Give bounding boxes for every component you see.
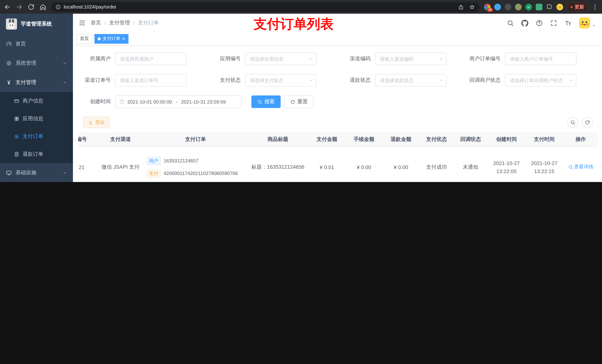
help-icon[interactable]	[536, 20, 543, 26]
sidebar-item-refund-order[interactable]: 退款订单	[0, 145, 73, 163]
forward-icon[interactable]	[16, 3, 23, 10]
export-button-label: 导出	[95, 119, 105, 126]
extension-green-check-icon[interactable]	[525, 3, 532, 10]
address-bar[interactable]: localhost:1024/pay/order	[51, 2, 479, 12]
reset-button[interactable]: 重置	[284, 95, 314, 108]
col-pay-time: 支付时间	[525, 132, 563, 146]
refund-status-select[interactable]	[375, 74, 447, 87]
breadcrumb-separator: /	[104, 20, 106, 26]
tab-home[interactable]: 首页	[77, 34, 92, 43]
filter-channel-order-no: 渠道订单号	[78, 74, 187, 87]
filter-row-3: 创建时间 2021-10-01 00:00:00 - 2021-10-31 23…	[78, 95, 602, 108]
sidebar-item-payment[interactable]: 支付管理	[0, 73, 73, 92]
tab-pay-order[interactable]: 支付订单 ×	[94, 34, 128, 43]
tab-close-icon[interactable]: ×	[122, 36, 125, 41]
document-icon	[14, 152, 19, 157]
breadcrumb-home[interactable]: 首页	[91, 20, 101, 26]
browser-update-button[interactable]: 更新	[567, 2, 588, 12]
share-icon[interactable]	[458, 4, 464, 10]
app-select[interactable]	[245, 52, 317, 65]
sidebar-item-pay-order[interactable]: 支付订单	[0, 128, 73, 145]
filter-row-1: 所属商户 应用编号 渠道编码 商户订单编号	[78, 52, 602, 65]
payment-submenu: 商户信息 应用信息 支付订单 退款订单	[0, 92, 73, 163]
sidebar-item-infra[interactable]: 基础设施	[0, 163, 73, 182]
app-title: 芋道管理系统	[21, 21, 52, 27]
col-pay-order: 支付订单	[144, 132, 247, 146]
filter-label: 商户订单编号	[468, 55, 505, 62]
col-fee-amount: 手续金额	[345, 132, 382, 146]
sidebar-item-home[interactable]: 首页	[0, 34, 73, 54]
url-text: localhost:1024/pay/order	[64, 4, 117, 10]
extension-colorful-icon[interactable]: 10	[484, 3, 491, 10]
date-end: 2021-10-31 23:59:59	[181, 99, 226, 104]
extension-dark-icon[interactable]	[505, 3, 511, 10]
sidebar-item-label: 退款订单	[22, 151, 43, 157]
tab-label: 首页	[80, 35, 89, 42]
bookmark-star-icon[interactable]	[469, 4, 475, 10]
search-icon	[570, 120, 575, 125]
refund-amount: ¥ 0.00	[382, 146, 419, 182]
chevron-down-icon	[63, 171, 67, 175]
reload-icon[interactable]	[27, 3, 35, 10]
toggle-search-button[interactable]	[567, 117, 578, 128]
breadcrumb-separator: /	[133, 20, 135, 26]
home-icon[interactable]	[39, 3, 47, 10]
download-icon	[88, 120, 93, 125]
col-product-title: 商品标题	[247, 132, 308, 146]
fullscreen-icon[interactable]	[550, 20, 557, 26]
filter-label: 退款状态	[338, 77, 375, 83]
grid-icon	[14, 116, 19, 121]
sidebar-item-app-info[interactable]: 应用信息	[0, 110, 73, 128]
table-toolbar: 导出	[83, 117, 602, 128]
channel-order-no-input[interactable]	[115, 74, 187, 87]
create-time: 2021-10-2713:22:05	[488, 146, 525, 182]
user-menu[interactable]	[579, 17, 596, 29]
table-header-row: 编号 支付渠道 支付订单 商品标题 支付金额 手续金额 退款金额 支付状态 回调…	[78, 132, 598, 146]
date-start: 2021-10-01 00:00:00	[127, 99, 172, 104]
search-button[interactable]: 搜索	[251, 95, 281, 108]
export-button[interactable]: 导出	[83, 117, 110, 128]
col-id: 编号	[78, 132, 97, 146]
search-button-label: 搜索	[264, 98, 275, 105]
avatar[interactable]	[579, 17, 590, 29]
extensions-area: 10 更新	[484, 2, 598, 12]
filter-merchant: 所属商户	[78, 52, 187, 65]
back-icon[interactable]	[4, 3, 11, 10]
merchant-tag: 商户	[147, 157, 161, 165]
page-content: 所属商户 应用编号 渠道编码 商户订单编号	[73, 45, 602, 182]
reset-button-label: 重置	[297, 98, 308, 105]
merchant-order-no-input[interactable]	[505, 52, 576, 65]
filter-merchant-order-no: 商户订单编号	[468, 52, 576, 65]
breadcrumb-section[interactable]: 支付管理	[109, 20, 130, 26]
extension-olive-icon[interactable]	[515, 3, 522, 10]
sidebar-item-label: 基础设施	[16, 169, 36, 176]
channel-code-select[interactable]	[375, 52, 447, 65]
col-create-time: 创建时间	[488, 132, 525, 146]
pay-status-select[interactable]	[245, 74, 317, 87]
sidebar-item-system[interactable]: 系统管理	[0, 54, 73, 73]
sidebar-item-merchant-info[interactable]: 商户信息	[0, 92, 73, 110]
browser-menu-icon[interactable]	[592, 3, 598, 10]
refresh-table-button[interactable]	[582, 117, 593, 128]
sidebar-item-label: 系统管理	[16, 60, 36, 67]
extension-blue-icon[interactable]	[494, 3, 501, 10]
extension-badge: 10	[487, 8, 493, 12]
sidebar-item-label: 应用信息	[22, 115, 43, 122]
profile-emoji-icon[interactable]	[557, 3, 563, 10]
extensions-puzzle-icon[interactable]	[546, 3, 553, 10]
date-range-picker[interactable]: 2021-10-01 00:00:00 - 2021-10-31 23:59:5…	[115, 95, 242, 108]
view-detail-link[interactable]: 查看详情	[568, 164, 593, 170]
col-pay-channel: 支付渠道	[97, 132, 144, 146]
font-size-icon[interactable]	[565, 20, 572, 26]
extension-chat-icon[interactable]	[536, 3, 542, 10]
collapse-sidebar-icon[interactable]	[79, 20, 86, 26]
github-icon[interactable]	[521, 20, 528, 26]
merchant-input[interactable]	[115, 52, 187, 65]
browser-toolbar: localhost:1024/pay/order 10 更新	[0, 0, 602, 14]
notify-status-select[interactable]	[505, 74, 576, 87]
col-pay-amount: 支付金额	[308, 132, 345, 146]
app-logo-row[interactable]: 芋道管理系统	[0, 14, 73, 34]
tab-label: 支付订单	[103, 35, 120, 42]
site-info-icon[interactable]	[55, 4, 61, 10]
header-search-icon[interactable]	[507, 20, 514, 26]
